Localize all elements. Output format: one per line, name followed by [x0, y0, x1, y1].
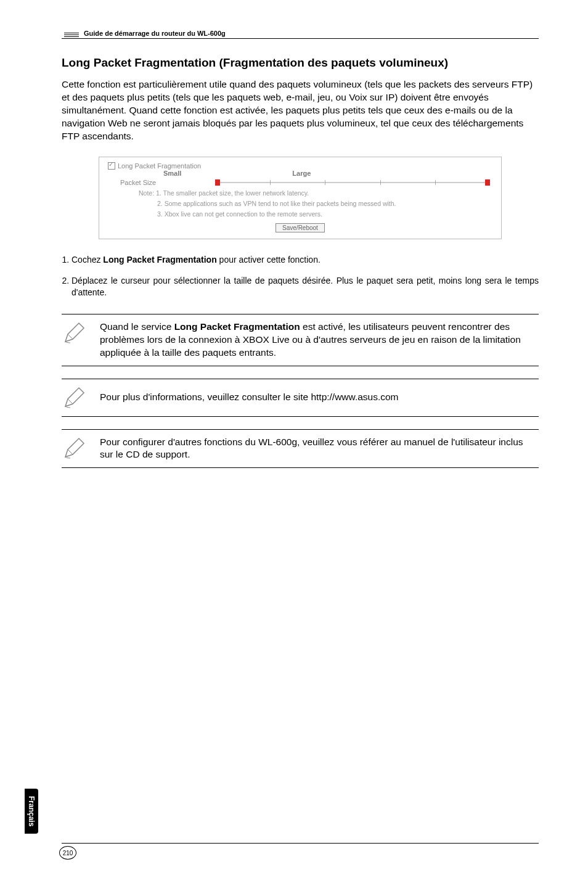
packet-size-slider[interactable] — [215, 178, 490, 187]
packet-size-label: Packet Size — [120, 179, 213, 186]
step-1-bold: Long Packet Fragmentation — [103, 255, 216, 265]
column-large: Large — [292, 170, 311, 177]
note-1-pre: Quand le service — [100, 321, 174, 332]
note-2-text: Pour plus d'informations, veuillez consu… — [100, 391, 539, 404]
note-block-2: Pour plus d'informations, veuillez consu… — [62, 379, 539, 417]
intro-paragraph: Cette fonction est particulièrement util… — [62, 78, 539, 143]
note-block-1: Quand le service Long Packet Fragmentati… — [62, 314, 539, 366]
pencil-icon — [62, 385, 86, 410]
router-icon — [62, 25, 79, 37]
checkbox-label: Long Packet Fragmentation — [118, 162, 201, 170]
page-header: Guide de démarrage du routeur du WL-600g — [62, 25, 539, 39]
pencil-icon — [62, 436, 86, 461]
note-block-3: Pour configurer d'autres fonctions du WL… — [62, 429, 539, 469]
guide-title: Guide de démarrage du routeur du WL-600g — [84, 30, 226, 37]
settings-screenshot: Long Packet Fragmentation Small Large Pa… — [99, 157, 502, 239]
section-heading: Long Packet Fragmentation (Fragmentation… — [62, 56, 539, 70]
note-3-text: Pour configurer d'autres fonctions du WL… — [100, 436, 539, 462]
note-1-bold: Long Packet Fragmentation — [174, 321, 300, 332]
column-small: Small — [163, 170, 181, 177]
step-1-pre: Cochez — [71, 255, 103, 265]
fragmentation-checkbox[interactable] — [108, 162, 115, 170]
pencil-icon — [62, 321, 86, 345]
step-1: Cochez Long Packet Fragmentation pour ac… — [71, 254, 539, 266]
screenshot-note-2: 2. Some applications such as VPN tend to… — [157, 200, 492, 208]
screenshot-note-1: Note: 1. The smaller packet size, the lo… — [139, 189, 492, 197]
save-reboot-button[interactable]: Save/Reboot — [276, 223, 325, 232]
language-tab: Français — [25, 789, 38, 834]
step-1-post: pour activer cette fonction. — [217, 255, 321, 265]
page-number: 210 — [59, 846, 76, 860]
screenshot-note-3: 3. Xbox live can not get connection to t… — [157, 210, 492, 218]
steps-list: Cochez Long Packet Fragmentation pour ac… — [62, 254, 539, 299]
note-1-text: Quand le service Long Packet Fragmentati… — [100, 321, 539, 359]
footer-rule — [62, 843, 539, 844]
step-2: Déplacez le curseur pour sélectionner la… — [71, 275, 539, 299]
